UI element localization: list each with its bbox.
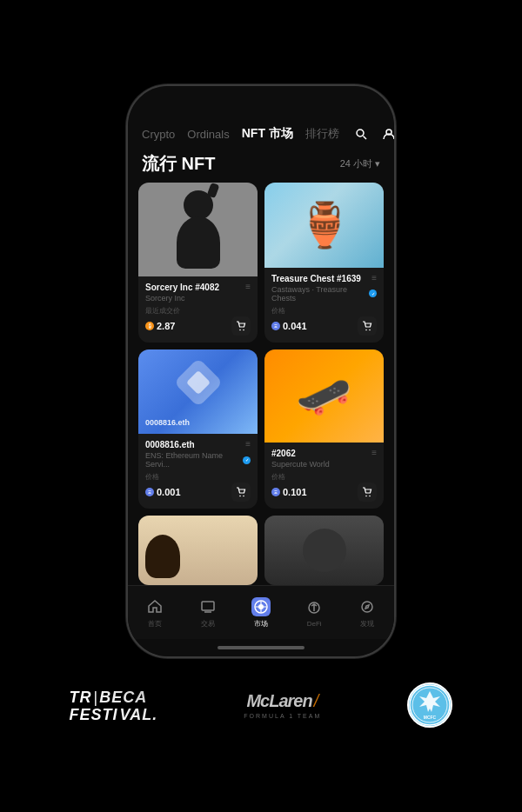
nft-card-supercute[interactable]: 🛹 #2062 ≡ Supercute World 价格	[264, 349, 384, 509]
nft-card-sorcery[interactable]: Sorcery Inc #4082 ≡ Sorcery Inc 最近成交价 2.…	[138, 183, 258, 343]
time-filter[interactable]: 24 小时 ▾	[340, 157, 380, 170]
nft-card-treasure[interactable]: 🏺 Treasure Chest #1639 ≡ Castaways · Tre…	[264, 183, 384, 343]
home-indicator-bar	[218, 646, 304, 649]
bitcoin-icon	[145, 322, 154, 330]
price-label: 价格	[145, 472, 251, 482]
trade-icon	[198, 597, 218, 616]
svg-point-4	[243, 329, 244, 330]
search-icon[interactable]	[351, 124, 371, 143]
nav-market-label: 市场	[254, 619, 268, 629]
nft-image-supercute: 🛹	[264, 349, 384, 443]
eth-icon	[145, 488, 154, 496]
nft-info-supercute: #2062 ≡ Supercute World 价格 0.101	[264, 443, 384, 509]
svg-point-7	[239, 496, 241, 497]
nav-defi-label: DeFi	[307, 620, 322, 628]
nav-discover[interactable]: 发现	[348, 597, 386, 629]
market-icon	[251, 597, 271, 616]
nft-menu-icon[interactable]: ≡	[245, 282, 251, 291]
mclaren-logo: McLaren / FORMULA 1 TEAM	[244, 691, 321, 719]
svg-point-10	[369, 496, 371, 497]
cart-button[interactable]	[231, 483, 251, 502]
nft-info-treasure: Treasure Chest #1639 ≡ Castaways · Treas…	[264, 268, 384, 343]
nft-info-sorcery: Sorcery Inc #4082 ≡ Sorcery Inc 最近成交价 2.…	[138, 276, 258, 343]
nav-trade-label: 交易	[201, 619, 215, 629]
mancity-logo: MCFC	[407, 682, 452, 728]
silhouette-body	[177, 216, 220, 269]
svg-point-0	[357, 130, 364, 136]
ens-diamond-inner	[185, 370, 210, 395]
tab-rankings[interactable]: 排行榜	[305, 126, 339, 142]
mclaren-swoosh: /	[314, 691, 319, 711]
svg-point-3	[239, 329, 241, 330]
defi-icon	[304, 598, 324, 617]
last-sale-label: 最近成交价	[145, 306, 251, 316]
eth-icon	[271, 322, 280, 330]
nav-home-label: 首页	[148, 619, 162, 629]
nft-name-row: Sorcery Inc #4082 ≡	[145, 282, 251, 293]
nav-home[interactable]: 首页	[136, 597, 174, 629]
tribeca-logo: TR | BECA FESTI VAL.	[70, 689, 158, 722]
nft-name: 0008816.eth	[145, 439, 195, 450]
status-bar	[128, 86, 394, 121]
svg-point-8	[243, 496, 244, 497]
tab-crypto[interactable]: Crypto	[142, 128, 175, 141]
price-row: 0.041	[271, 316, 377, 336]
nft-menu-icon[interactable]: ≡	[371, 273, 377, 283]
logos-area: TR | BECA FESTI VAL. McLaren / FORMULA 1…	[0, 665, 522, 736]
nft-image-row3b	[264, 516, 384, 585]
price-row: 2.87	[145, 316, 251, 336]
nft-image-ens: 0008816.eth	[138, 349, 258, 435]
nft-name: #2062	[271, 448, 296, 459]
tab-nft-market[interactable]: NFT 市场	[242, 126, 293, 142]
phone-frame: Crypto Ordinals NFT 市场 排行榜	[126, 84, 396, 658]
nft-name-row: #2062 ≡	[271, 448, 377, 459]
page-title-row: 流行 NFT 24 小时 ▾	[128, 149, 394, 183]
cart-button[interactable]	[358, 316, 377, 336]
ens-diamond	[173, 358, 223, 408]
price-value: 2.87	[145, 321, 175, 331]
nft-image-treasure: 🏺	[264, 183, 384, 268]
nav-discover-label: 发现	[360, 619, 374, 629]
home-icon	[145, 597, 164, 616]
svg-text:MCFC: MCFC	[424, 715, 437, 720]
nav-market[interactable]: 市场	[242, 597, 280, 629]
tab-ordinals[interactable]: Ordinals	[187, 128, 229, 141]
nft-name-row: Treasure Chest #1639 ≡	[271, 273, 377, 284]
verified-badge	[243, 456, 251, 464]
nft-card-row3a[interactable]	[138, 516, 258, 585]
dark-figure	[303, 529, 346, 572]
nft-info-ens: 0008816.eth ≡ ENS: Ethereum Name Servi..…	[138, 434, 258, 509]
svg-rect-11	[202, 602, 214, 610]
phone-screen: Crypto Ordinals NFT 市场 排行榜	[128, 86, 394, 656]
price-label: 价格	[271, 472, 377, 482]
treasure-chest-emoji: 🏺	[298, 203, 351, 247]
nft-collection: Sorcery Inc	[145, 294, 251, 303]
nft-image-sorcery	[138, 183, 258, 276]
svg-point-6	[369, 329, 371, 330]
svg-line-1	[363, 136, 366, 140]
discover-icon	[358, 597, 377, 616]
supercute-character: 🛹	[296, 369, 352, 423]
price-value: 0.101	[271, 487, 307, 497]
nav-tabs: Crypto Ordinals NFT 市场 排行榜	[128, 121, 394, 149]
nft-card-row3b[interactable]	[264, 516, 384, 585]
svg-point-5	[365, 329, 367, 330]
svg-point-9	[365, 496, 367, 497]
price-row: 0.101	[271, 483, 377, 502]
nft-name-row: 0008816.eth ≡	[145, 439, 251, 450]
bottom-nav: 首页 交易	[128, 585, 394, 639]
hair-silhouette	[145, 535, 180, 578]
nft-menu-icon[interactable]: ≡	[371, 448, 377, 457]
eth-icon	[271, 488, 280, 496]
nft-card-ens[interactable]: 0008816.eth 0008816.eth ≡ ENS: Ethereum …	[138, 349, 258, 509]
cart-button[interactable]	[358, 483, 377, 502]
nft-menu-icon[interactable]: ≡	[245, 439, 251, 449]
cart-button[interactable]	[231, 316, 251, 336]
nav-trade[interactable]: 交易	[189, 597, 227, 629]
price-value: 0.041	[271, 321, 307, 331]
home-indicator	[128, 639, 394, 656]
user-icon[interactable]	[379, 124, 394, 143]
verified-badge	[369, 290, 377, 297]
nav-defi[interactable]: DeFi	[295, 598, 333, 628]
nft-grid: Sorcery Inc #4082 ≡ Sorcery Inc 最近成交价 2.…	[128, 183, 394, 585]
